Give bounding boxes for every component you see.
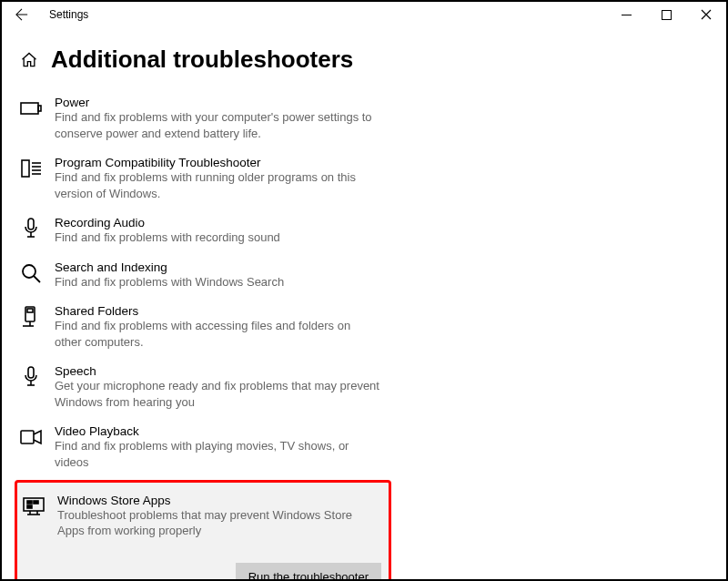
store-apps-icon <box>23 495 45 517</box>
item-label: Recording Audio <box>55 216 386 229</box>
search-icon <box>20 262 42 284</box>
svg-rect-30 <box>27 501 32 504</box>
window-controls <box>606 2 726 27</box>
svg-point-16 <box>23 265 35 278</box>
item-desc: Troubleshoot problems that may prevent W… <box>57 507 381 539</box>
svg-rect-22 <box>28 367 34 378</box>
maximize-button[interactable] <box>646 2 686 27</box>
item-label: Search and Indexing <box>55 260 386 274</box>
close-button[interactable] <box>686 2 726 27</box>
troubleshooter-video-playback[interactable]: Video Playback Find and fix problems wit… <box>20 419 393 479</box>
content: Additional troubleshooters Power Find an… <box>2 27 726 581</box>
back-button[interactable] <box>9 8 35 21</box>
item-desc: Find and fix problems with accessing fil… <box>55 318 386 350</box>
run-troubleshooter-button[interactable]: Run the troubleshooter <box>236 563 381 581</box>
arrow-left-icon <box>15 8 28 21</box>
item-label: Windows Store Apps <box>57 494 381 507</box>
item-desc: Find and fix problems with Windows Searc… <box>55 274 386 290</box>
svg-rect-26 <box>24 498 44 511</box>
troubleshooter-speech[interactable]: Speech Get your microphone ready and fix… <box>20 359 393 419</box>
troubleshooter-list: Power Find and fix problems with your co… <box>20 90 393 581</box>
svg-rect-25 <box>21 431 34 443</box>
run-row: Run the troubleshooter <box>57 563 381 581</box>
svg-rect-3 <box>38 106 41 111</box>
troubleshooter-recording-audio[interactable]: Recording Audio Find and fix problems wi… <box>20 210 393 255</box>
close-icon <box>701 9 712 20</box>
troubleshooter-program-compat[interactable]: Program Compatibility Troubleshooter Fin… <box>20 150 393 210</box>
maximize-icon <box>662 10 672 20</box>
item-desc: Find and fix problems with playing movie… <box>55 438 386 470</box>
svg-rect-2 <box>21 103 38 114</box>
item-desc: Find and fix problems with running older… <box>55 169 386 201</box>
troubleshooter-shared-folders[interactable]: Shared Folders Find and fix problems wit… <box>20 299 393 359</box>
minimize-icon <box>622 10 632 20</box>
item-desc: Get your microphone ready and fix proble… <box>55 378 386 410</box>
item-label: Speech <box>55 364 386 378</box>
shared-folders-icon <box>20 306 42 328</box>
minimize-button[interactable] <box>606 2 646 27</box>
svg-line-17 <box>34 276 40 282</box>
troubleshooter-power[interactable]: Power Find and fix problems with your co… <box>20 90 393 150</box>
item-label: Program Compatibility Troubleshooter <box>55 156 386 169</box>
home-icon[interactable] <box>20 51 38 69</box>
page-heading: Additional troubleshooters <box>51 46 353 74</box>
svg-rect-13 <box>28 219 34 229</box>
item-desc: Find and fix problems with recording sou… <box>55 229 386 246</box>
svg-rect-4 <box>22 160 29 177</box>
svg-rect-31 <box>34 501 38 504</box>
power-icon <box>20 97 42 119</box>
item-label: Power <box>55 96 386 109</box>
troubleshooter-search-indexing[interactable]: Search and Indexing Find and fix problem… <box>20 255 393 300</box>
window-title: Settings <box>35 8 88 21</box>
item-label: Video Playback <box>55 424 386 438</box>
troubleshooter-windows-store-apps[interactable]: Windows Store Apps Troubleshoot problems… <box>15 480 391 581</box>
svg-rect-19 <box>27 309 33 312</box>
item-label: Shared Folders <box>55 304 386 318</box>
microphone-icon <box>20 218 42 240</box>
titlebar: Settings <box>2 2 726 27</box>
program-compat-icon <box>20 158 42 179</box>
item-desc: Find and fix problems with your computer… <box>55 109 386 141</box>
content-header: Additional troubleshooters <box>20 46 726 74</box>
video-icon <box>20 426 42 448</box>
speech-icon <box>20 366 42 388</box>
svg-rect-32 <box>27 505 32 508</box>
svg-rect-1 <box>662 10 671 19</box>
